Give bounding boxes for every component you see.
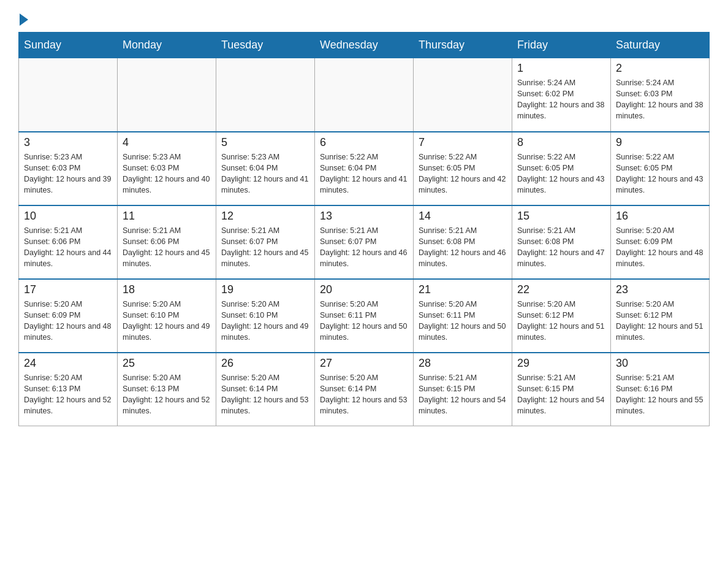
day-info: Sunrise: 5:20 AMSunset: 6:11 PMDaylight:…	[419, 299, 507, 343]
calendar-week-row: 10Sunrise: 5:21 AMSunset: 6:06 PMDayligh…	[19, 205, 710, 279]
day-number: 10	[24, 210, 112, 223]
calendar-week-row: 3Sunrise: 5:23 AMSunset: 6:03 PMDaylight…	[19, 132, 710, 205]
calendar-cell: 15Sunrise: 5:21 AMSunset: 6:08 PMDayligh…	[512, 205, 611, 279]
day-number: 20	[320, 283, 408, 296]
day-info: Sunrise: 5:22 AMSunset: 6:05 PMDaylight:…	[419, 151, 507, 196]
day-info: Sunrise: 5:23 AMSunset: 6:04 PMDaylight:…	[221, 151, 309, 196]
calendar-cell: 4Sunrise: 5:23 AMSunset: 6:03 PMDaylight…	[118, 132, 216, 205]
day-info: Sunrise: 5:21 AMSunset: 6:07 PMDaylight:…	[221, 225, 309, 270]
day-number: 25	[123, 357, 211, 370]
day-info: Sunrise: 5:20 AMSunset: 6:14 PMDaylight:…	[221, 372, 309, 417]
day-of-week-header: Sunday	[19, 33, 118, 58]
calendar-cell: 19Sunrise: 5:20 AMSunset: 6:10 PMDayligh…	[216, 279, 315, 353]
calendar-cell: 11Sunrise: 5:21 AMSunset: 6:06 PMDayligh…	[118, 205, 216, 279]
day-number: 28	[419, 357, 507, 370]
day-number: 16	[616, 210, 704, 223]
day-of-week-header: Friday	[512, 33, 611, 58]
day-number: 8	[517, 136, 605, 149]
day-info: Sunrise: 5:20 AMSunset: 6:10 PMDaylight:…	[123, 299, 211, 343]
day-number: 22	[517, 283, 605, 296]
calendar-table: SundayMondayTuesdayWednesdayThursdayFrid…	[18, 32, 710, 426]
calendar-cell: 29Sunrise: 5:21 AMSunset: 6:15 PMDayligh…	[512, 353, 611, 426]
day-info: Sunrise: 5:20 AMSunset: 6:09 PMDaylight:…	[616, 225, 704, 270]
day-number: 27	[320, 357, 408, 370]
day-info: Sunrise: 5:20 AMSunset: 6:11 PMDaylight:…	[320, 299, 408, 343]
calendar-cell: 12Sunrise: 5:21 AMSunset: 6:07 PMDayligh…	[216, 205, 315, 279]
calendar-week-row: 1Sunrise: 5:24 AMSunset: 6:02 PMDaylight…	[19, 58, 710, 132]
day-number: 3	[24, 136, 112, 149]
calendar-cell: 25Sunrise: 5:20 AMSunset: 6:13 PMDayligh…	[118, 353, 216, 426]
day-number: 23	[616, 283, 704, 296]
day-number: 6	[320, 136, 408, 149]
day-number: 7	[419, 136, 507, 149]
day-number: 21	[419, 283, 507, 296]
calendar-cell	[118, 58, 216, 132]
calendar-cell: 13Sunrise: 5:21 AMSunset: 6:07 PMDayligh…	[315, 205, 414, 279]
calendar-cell: 16Sunrise: 5:20 AMSunset: 6:09 PMDayligh…	[611, 205, 710, 279]
day-info: Sunrise: 5:20 AMSunset: 6:13 PMDaylight:…	[24, 372, 112, 417]
day-info: Sunrise: 5:21 AMSunset: 6:15 PMDaylight:…	[419, 372, 507, 417]
day-number: 13	[320, 210, 408, 223]
day-of-week-header: Wednesday	[315, 33, 414, 58]
calendar-cell	[216, 58, 315, 132]
day-info: Sunrise: 5:20 AMSunset: 6:09 PMDaylight:…	[24, 299, 112, 343]
calendar-cell: 7Sunrise: 5:22 AMSunset: 6:05 PMDaylight…	[414, 132, 512, 205]
calendar-cell: 14Sunrise: 5:21 AMSunset: 6:08 PMDayligh…	[414, 205, 512, 279]
day-number: 19	[221, 283, 309, 296]
logo	[18, 12, 28, 26]
day-info: Sunrise: 5:20 AMSunset: 6:12 PMDaylight:…	[517, 299, 605, 343]
calendar-header-row: SundayMondayTuesdayWednesdayThursdayFrid…	[19, 33, 710, 58]
calendar-cell: 1Sunrise: 5:24 AMSunset: 6:02 PMDaylight…	[512, 58, 611, 132]
calendar-cell: 6Sunrise: 5:22 AMSunset: 6:04 PMDaylight…	[315, 132, 414, 205]
calendar-cell: 20Sunrise: 5:20 AMSunset: 6:11 PMDayligh…	[315, 279, 414, 353]
day-of-week-header: Monday	[118, 33, 216, 58]
day-info: Sunrise: 5:21 AMSunset: 6:16 PMDaylight:…	[616, 372, 704, 417]
day-info: Sunrise: 5:20 AMSunset: 6:13 PMDaylight:…	[123, 372, 211, 417]
day-info: Sunrise: 5:20 AMSunset: 6:12 PMDaylight:…	[616, 299, 704, 343]
calendar-cell: 2Sunrise: 5:24 AMSunset: 6:03 PMDaylight…	[611, 58, 710, 132]
day-info: Sunrise: 5:21 AMSunset: 6:15 PMDaylight:…	[517, 372, 605, 417]
calendar-cell: 22Sunrise: 5:20 AMSunset: 6:12 PMDayligh…	[512, 279, 611, 353]
day-of-week-header: Tuesday	[216, 33, 315, 58]
day-info: Sunrise: 5:22 AMSunset: 6:05 PMDaylight:…	[616, 151, 704, 196]
logo-arrow-icon	[20, 13, 28, 26]
calendar-cell: 18Sunrise: 5:20 AMSunset: 6:10 PMDayligh…	[118, 279, 216, 353]
day-info: Sunrise: 5:20 AMSunset: 6:10 PMDaylight:…	[221, 299, 309, 343]
day-info: Sunrise: 5:22 AMSunset: 6:05 PMDaylight:…	[517, 151, 605, 196]
day-info: Sunrise: 5:21 AMSunset: 6:06 PMDaylight:…	[24, 225, 112, 270]
calendar-cell: 17Sunrise: 5:20 AMSunset: 6:09 PMDayligh…	[19, 279, 118, 353]
day-number: 30	[616, 357, 704, 370]
calendar-week-row: 24Sunrise: 5:20 AMSunset: 6:13 PMDayligh…	[19, 353, 710, 426]
day-number: 12	[221, 210, 309, 223]
calendar-cell: 30Sunrise: 5:21 AMSunset: 6:16 PMDayligh…	[611, 353, 710, 426]
day-number: 15	[517, 210, 605, 223]
day-number: 11	[123, 210, 211, 223]
day-info: Sunrise: 5:22 AMSunset: 6:04 PMDaylight:…	[320, 151, 408, 196]
calendar-cell	[19, 58, 118, 132]
day-info: Sunrise: 5:24 AMSunset: 6:02 PMDaylight:…	[517, 77, 605, 122]
calendar-cell: 23Sunrise: 5:20 AMSunset: 6:12 PMDayligh…	[611, 279, 710, 353]
calendar-cell: 21Sunrise: 5:20 AMSunset: 6:11 PMDayligh…	[414, 279, 512, 353]
calendar-cell: 9Sunrise: 5:22 AMSunset: 6:05 PMDaylight…	[611, 132, 710, 205]
calendar-cell: 8Sunrise: 5:22 AMSunset: 6:05 PMDaylight…	[512, 132, 611, 205]
day-info: Sunrise: 5:24 AMSunset: 6:03 PMDaylight:…	[616, 77, 704, 122]
day-number: 29	[517, 357, 605, 370]
day-info: Sunrise: 5:21 AMSunset: 6:08 PMDaylight:…	[517, 225, 605, 270]
calendar-cell: 24Sunrise: 5:20 AMSunset: 6:13 PMDayligh…	[19, 353, 118, 426]
day-number: 4	[123, 136, 211, 149]
day-info: Sunrise: 5:21 AMSunset: 6:08 PMDaylight:…	[419, 225, 507, 270]
calendar-cell: 10Sunrise: 5:21 AMSunset: 6:06 PMDayligh…	[19, 205, 118, 279]
day-number: 26	[221, 357, 309, 370]
calendar-cell	[414, 58, 512, 132]
calendar-cell	[315, 58, 414, 132]
calendar-cell: 28Sunrise: 5:21 AMSunset: 6:15 PMDayligh…	[414, 353, 512, 426]
day-number: 5	[221, 136, 309, 149]
day-of-week-header: Saturday	[611, 33, 710, 58]
calendar-cell: 26Sunrise: 5:20 AMSunset: 6:14 PMDayligh…	[216, 353, 315, 426]
page-header	[18, 12, 710, 26]
calendar-cell: 27Sunrise: 5:20 AMSunset: 6:14 PMDayligh…	[315, 353, 414, 426]
calendar-cell: 5Sunrise: 5:23 AMSunset: 6:04 PMDaylight…	[216, 132, 315, 205]
day-info: Sunrise: 5:23 AMSunset: 6:03 PMDaylight:…	[123, 151, 211, 196]
calendar-cell: 3Sunrise: 5:23 AMSunset: 6:03 PMDaylight…	[19, 132, 118, 205]
day-number: 24	[24, 357, 112, 370]
